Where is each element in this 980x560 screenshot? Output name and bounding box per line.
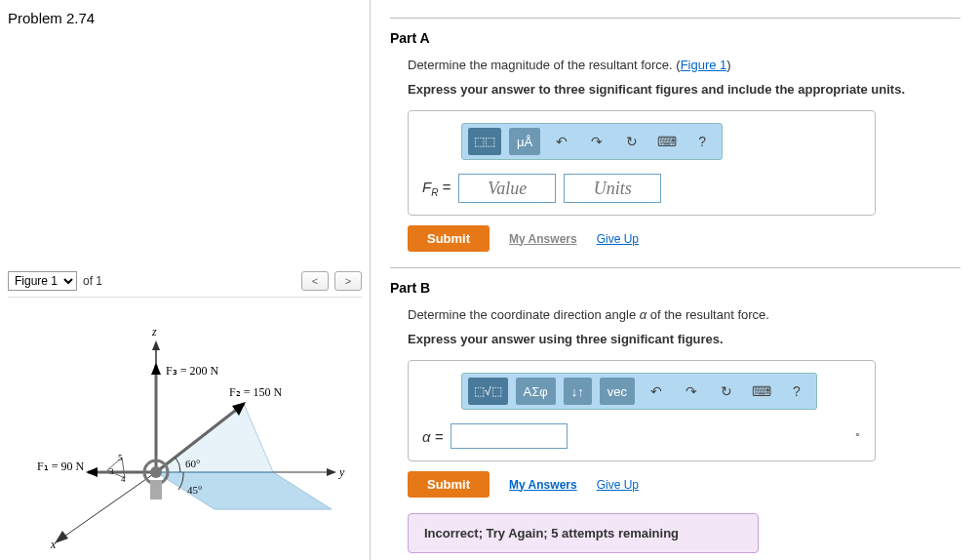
alpha-label: α = <box>422 428 443 445</box>
subscript-button[interactable]: ↓↑ <box>564 378 592 405</box>
keyboard-icon[interactable]: ⌨ <box>653 128 681 155</box>
reset-icon[interactable]: ↻ <box>713 378 740 405</box>
part-b-answer-box: ⬚√⬚ ΑΣφ ↓↑ vec ↶ ↷ ↻ ⌨ ? α = ∘ <box>408 360 876 461</box>
svg-rect-13 <box>150 480 162 500</box>
part-b-give-up-link[interactable]: Give Up <box>597 478 639 492</box>
part-a-answer-box: ⬚⬚ μÅ ↶ ↷ ↻ ⌨ ? FR = <box>408 110 876 216</box>
part-a-my-answers-link[interactable]: My Answers <box>509 232 577 246</box>
part-b-instruction: Express your answer using three signific… <box>408 332 960 346</box>
ratio-3-label: 3 <box>109 466 114 476</box>
degree-symbol: ∘ <box>854 428 861 441</box>
templates-icon[interactable]: ⬚⬚ <box>468 128 501 155</box>
svg-marker-7 <box>156 404 273 472</box>
svg-marker-14 <box>151 363 161 375</box>
keyboard-icon[interactable]: ⌨ <box>748 378 775 405</box>
part-b-my-answers-link[interactable]: My Answers <box>509 478 577 492</box>
part-a-question: Determine the magnitude of the resultant… <box>408 58 960 72</box>
templates-icon[interactable]: ⬚√⬚ <box>468 378 508 405</box>
units-input[interactable] <box>564 174 661 203</box>
value-input[interactable] <box>458 174 556 203</box>
part-b-question: Determine the coordinate direction angle… <box>408 307 960 322</box>
figure-next-button[interactable]: > <box>334 271 362 291</box>
part-b-submit-button[interactable]: Submit <box>408 471 490 498</box>
part-a-give-up-link[interactable]: Give Up <box>597 232 639 246</box>
part-a-instruction: Express your answer to three significant… <box>408 82 960 97</box>
figure-select[interactable]: Figure 1 <box>8 271 77 291</box>
svg-marker-5 <box>55 531 68 543</box>
part-b-toolbar: ⬚√⬚ ΑΣφ ↓↑ vec ↶ ↷ ↻ ⌨ ? <box>461 373 817 410</box>
fr-label: FR = <box>422 179 451 198</box>
svg-marker-16 <box>86 467 98 477</box>
svg-point-12 <box>150 466 162 478</box>
z-axis-label: z <box>151 325 157 339</box>
part-a-heading: Part A <box>390 30 960 46</box>
help-icon[interactable]: ? <box>783 378 810 405</box>
redo-icon[interactable]: ↷ <box>583 128 610 155</box>
figure-1-link[interactable]: Figure 1 <box>681 58 727 72</box>
f2-label: F₂ = 150 N <box>229 385 282 399</box>
part-a-submit-button[interactable]: Submit <box>408 225 490 252</box>
figure-nav-bar: Figure 1 of 1 < > <box>8 271 362 291</box>
part-b-heading: Part B <box>390 280 960 296</box>
alpha-input[interactable] <box>451 423 568 449</box>
angle-45-label: 45° <box>187 484 202 496</box>
x-axis-label: x <box>50 538 57 550</box>
vec-button[interactable]: vec <box>600 378 635 405</box>
greek-button[interactable]: ΑΣφ <box>516 378 556 405</box>
undo-icon[interactable]: ↶ <box>548 128 575 155</box>
f3-label: F₃ = 200 N <box>166 364 218 378</box>
problem-title: Problem 2.74 <box>8 10 362 26</box>
reset-icon[interactable]: ↻ <box>618 128 646 155</box>
y-axis-label: y <box>338 465 345 479</box>
svg-marker-3 <box>327 468 336 476</box>
ratio-4-label: 4 <box>121 474 126 484</box>
units-picker-button[interactable]: μÅ <box>509 128 540 155</box>
figure-diagram: z y x F₃ = 200 N F₂ = 150 N <box>8 297 362 550</box>
redo-icon[interactable]: ↷ <box>678 378 705 405</box>
part-a-toolbar: ⬚⬚ μÅ ↶ ↷ ↻ ⌨ ? <box>461 123 723 160</box>
figure-count-label: of 1 <box>83 274 102 288</box>
undo-icon[interactable]: ↶ <box>643 378 670 405</box>
figure-prev-button[interactable]: < <box>301 271 329 291</box>
svg-marker-1 <box>152 340 160 350</box>
feedback-message: Incorrect; Try Again; 5 attempts remaini… <box>408 513 759 553</box>
ratio-5-label: 5 <box>118 453 123 462</box>
angle-60-label: 60° <box>185 458 200 469</box>
svg-line-4 <box>59 472 156 540</box>
svg-marker-6 <box>156 472 332 509</box>
f1-label: F₁ = 90 N <box>37 460 84 473</box>
help-icon[interactable]: ? <box>688 128 716 155</box>
